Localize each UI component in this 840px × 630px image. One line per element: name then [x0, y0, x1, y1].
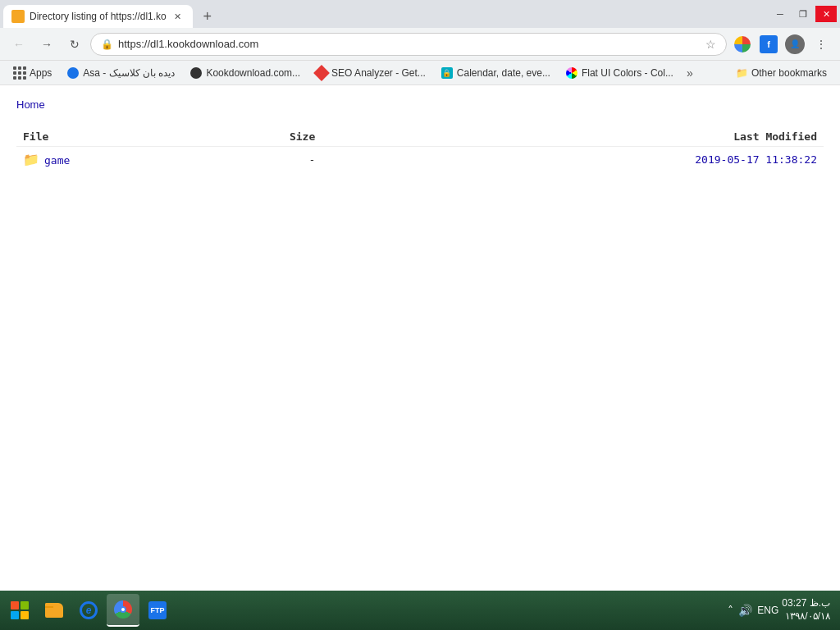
asa-favicon: [66, 66, 80, 80]
breadcrumb: Home: [16, 98, 824, 111]
seo-favicon: [315, 66, 328, 80]
extension-button[interactable]: f: [756, 32, 781, 57]
system-tray: ˄ 🔊 ENG: [728, 604, 778, 617]
minimize-button[interactable]: ─: [769, 6, 791, 22]
chrome-taskbar-icon: [113, 600, 133, 619]
title-bar: Directory listing of https://dl1.ko ✕ + …: [0, 0, 840, 28]
page-content: Home File Size Last Modified 📁game-2019-…: [0, 85, 840, 591]
chrome-icon[interactable]: [730, 32, 755, 57]
navigation-bar: ← → ↻ 🔒 https://dl1.kookdownload.com ☆ f…: [0, 28, 840, 61]
file-size-cell: -: [240, 147, 322, 173]
bookmark-kookdownload-label: Kookdownload.com...: [206, 67, 300, 79]
refresh-button[interactable]: ↻: [62, 32, 87, 57]
windows-logo-icon: [11, 601, 29, 619]
size-column-header: Size: [240, 127, 322, 147]
security-lock-icon: 🔒: [101, 39, 113, 50]
tab-favicon: [11, 10, 25, 23]
time-display: 03:27 ب.ظ: [782, 597, 830, 610]
chrome-logo: [734, 36, 751, 52]
tab-area: Directory listing of https://dl1.ko ✕ +: [3, 0, 763, 28]
bookmark-apps[interactable]: Apps: [7, 64, 58, 82]
other-bookmarks[interactable]: 📁 Other bookmarks: [729, 65, 833, 81]
new-tab-button[interactable]: +: [196, 5, 219, 28]
file-date-cell: 2019-05-17 11:38:22: [322, 147, 824, 173]
bookmark-star-icon[interactable]: ☆: [705, 38, 716, 51]
bookmark-asa-label: Asa - دیده بان کلاسیک: [83, 67, 175, 79]
extension-icon: f: [760, 35, 778, 53]
taskbar-chrome[interactable]: [107, 594, 139, 627]
kookdownload-favicon: [189, 66, 203, 80]
bookmark-calendar[interactable]: 🔒 Calendar, date, eve...: [434, 64, 557, 82]
date-display: ۱۳۹۸/۰۵/۱۸: [782, 610, 830, 623]
tray-chevron[interactable]: ˄: [728, 604, 733, 617]
start-button[interactable]: [3, 594, 36, 627]
bookmarks-bar: Apps Asa - دیده بان کلاسیک Kookdownload.…: [0, 61, 840, 85]
bookmark-calendar-label: Calendar, date, eve...: [457, 67, 550, 79]
folder-icon: 📁: [23, 152, 39, 167]
ie-icon: e: [79, 600, 98, 620]
folder-link[interactable]: game: [44, 154, 70, 167]
taskbar-clock[interactable]: 03:27 ب.ظ ۱۳۹۸/۰۵/۱۸: [782, 597, 830, 623]
forward-button[interactable]: →: [34, 32, 59, 57]
tab-title: Directory listing of https://dl1.ko: [30, 11, 167, 22]
taskbar-cubeftp[interactable]: FTP: [141, 594, 174, 627]
file-column-header: File: [16, 127, 240, 147]
other-bookmarks-folder-icon: 📁: [736, 67, 748, 79]
calendar-favicon: 🔒: [441, 66, 454, 80]
taskbar-file-explorer[interactable]: [38, 594, 71, 627]
nav-right-icons: f 👤 ⋮: [730, 32, 833, 57]
volume-icon[interactable]: 🔊: [738, 604, 752, 617]
bookmark-flatui-label: Flat UI Colors - Col...: [582, 67, 673, 79]
restore-button[interactable]: ❐: [792, 6, 814, 22]
bookmark-seo[interactable]: SEO Analyzer - Get...: [308, 64, 432, 82]
file-explorer-icon: [44, 600, 64, 620]
active-tab[interactable]: Directory listing of https://dl1.ko ✕: [3, 5, 193, 28]
address-bar[interactable]: 🔒 https://dl1.kookdownload.com ☆: [90, 33, 727, 56]
bookmark-apps-label: Apps: [30, 67, 52, 79]
more-bookmarks-button[interactable]: »: [682, 64, 698, 82]
file-table: File Size Last Modified 📁game-2019-05-17…: [16, 127, 824, 172]
taskbar-ie[interactable]: e: [72, 594, 105, 627]
bookmark-seo-label: SEO Analyzer - Get...: [331, 67, 426, 79]
taskbar: e FTP ˄ 🔊 ENG 03:27 ب.ظ ۱۳۹۸/۰۵/۱۸: [0, 591, 840, 630]
flatui-favicon: [565, 66, 578, 80]
home-link[interactable]: Home: [16, 98, 45, 111]
taskbar-right: ˄ 🔊 ENG 03:27 ب.ظ ۱۳۹۸/۰۵/۱۸: [721, 597, 837, 623]
more-menu-button[interactable]: ⋮: [809, 32, 833, 57]
language-indicator[interactable]: ENG: [757, 605, 778, 616]
bookmark-asa[interactable]: Asa - دیده بان کلاسیک: [60, 64, 181, 82]
profile-button[interactable]: 👤: [783, 32, 807, 57]
tab-close-button[interactable]: ✕: [171, 10, 185, 23]
url-display: https://dl1.kookdownload.com: [118, 38, 701, 50]
apps-grid-icon: [13, 66, 26, 80]
bookmark-kookdownload[interactable]: Kookdownload.com...: [183, 64, 307, 82]
window-controls: ─ ❐ ✕: [769, 6, 837, 22]
date-column-header: Last Modified: [322, 127, 824, 147]
other-bookmarks-label: Other bookmarks: [751, 67, 827, 79]
back-button[interactable]: ←: [7, 32, 31, 57]
avatar: 👤: [785, 34, 805, 54]
cubeftp-icon: FTP: [148, 600, 167, 620]
bookmark-flatui[interactable]: Flat UI Colors - Col...: [559, 64, 680, 82]
table-row: 📁game-2019-05-17 11:38:22: [16, 147, 824, 173]
close-button[interactable]: ✕: [815, 6, 837, 22]
file-name-cell: 📁game: [16, 147, 240, 173]
